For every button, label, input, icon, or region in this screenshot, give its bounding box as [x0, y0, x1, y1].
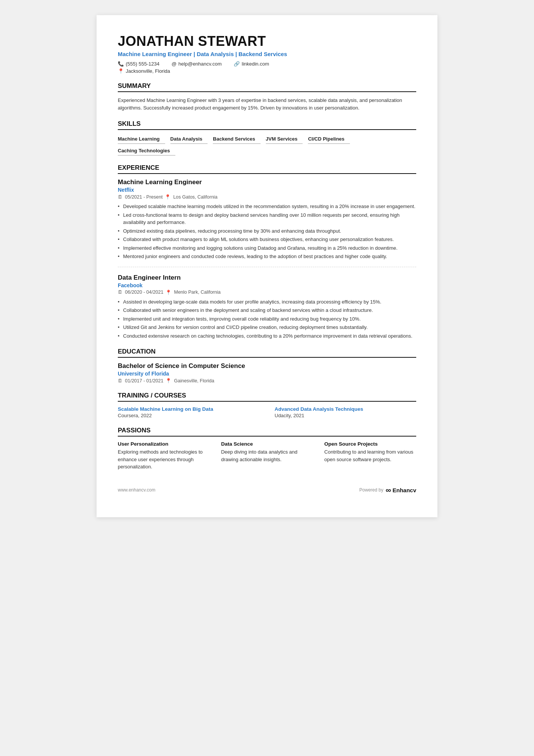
bullet-item: Collaborated with senior engineers in th…	[118, 307, 416, 314]
bullet-item: Conducted extensive research on caching …	[118, 332, 416, 340]
training-section: TRAINING / COURSES Scalable Machine Lear…	[118, 392, 416, 418]
summary-title: SUMMARY	[118, 82, 416, 92]
passions-grid: User Personalization Exploring methods a…	[118, 441, 416, 471]
job-block-netflix: Machine Learning Engineer Netflix 🗓 05/2…	[118, 178, 416, 267]
bullet-item: Implemented effective monitoring and log…	[118, 244, 416, 252]
footer-brand: Powered by ∞ Enhancv	[359, 486, 416, 495]
resume-page: JONATHAN STEWART Machine Learning Engine…	[97, 15, 437, 517]
passion-text-1: Exploring methods and technologies to en…	[118, 448, 210, 471]
job-bullets-1: Developed scalable machine learning mode…	[118, 203, 416, 260]
bullet-item: Developed scalable machine learning mode…	[118, 203, 416, 210]
location-pin-icon: 📍	[118, 68, 124, 74]
skill-item: Backend Services	[213, 135, 260, 144]
bullet-item: Led cross-functional teams to design and…	[118, 211, 416, 226]
calendar-icon-2: 🗓	[118, 290, 123, 295]
passions-section: PASSIONS User Personalization Exploring …	[118, 427, 416, 471]
course-item-2: Advanced Data Analysis Techniques Udacit…	[275, 406, 416, 418]
email-icon: @	[172, 61, 176, 67]
footer: www.enhancv.com Powered by ∞ Enhancv	[118, 486, 416, 495]
edu-school: University of Florida	[118, 371, 416, 377]
company-name-2: Facebook	[118, 282, 416, 288]
job-date-1: 05/2021 - Present	[125, 194, 162, 200]
passion-title-3: Open Source Projects	[324, 441, 416, 447]
link-icon: 🔗	[234, 61, 240, 67]
edu-location: Gainesville, Florida	[174, 378, 214, 383]
calendar-icon-edu: 🗓	[118, 378, 123, 383]
course-name-2: Advanced Data Analysis Techniques	[275, 406, 416, 412]
footer-website: www.enhancv.com	[118, 487, 155, 493]
skills-list: Machine Learning Data Analysis Backend S…	[118, 135, 416, 156]
summary-section: SUMMARY Experienced Machine Learning Eng…	[118, 82, 416, 112]
bullet-item: Implemented unit and integration tests, …	[118, 315, 416, 323]
skill-item: Data Analysis	[170, 135, 208, 144]
edu-degree: Bachelor of Science in Computer Science	[118, 362, 416, 370]
training-title: TRAINING / COURSES	[118, 392, 416, 402]
location-row: 📍 Jacksonville, Florida	[118, 68, 416, 74]
company-name-1: Netflix	[118, 187, 416, 193]
skills-title: SKILLS	[118, 120, 416, 130]
skill-item: Machine Learning	[118, 135, 165, 144]
edu-meta: 🗓 01/2017 - 01/2021 📍 Gainesville, Flori…	[118, 378, 416, 383]
enhancv-brand-name: Enhancv	[392, 487, 416, 493]
experience-title: EXPERIENCE	[118, 164, 416, 174]
skills-section: SKILLS Machine Learning Data Analysis Ba…	[118, 120, 416, 156]
powered-by-text: Powered by	[359, 487, 383, 493]
job-date-2: 06/2020 - 04/2021	[125, 290, 163, 295]
job-block-facebook: Data Engineer Intern Facebook 🗓 06/2020 …	[118, 274, 416, 340]
linkedin-value: linkedin.com	[242, 61, 269, 67]
skill-item: CI/CD Pipelines	[308, 135, 350, 144]
header: JONATHAN STEWART Machine Learning Engine…	[118, 33, 416, 74]
experience-section: EXPERIENCE Machine Learning Engineer Net…	[118, 164, 416, 340]
contact-row: 📞 (555) 555-1234 @ help@enhancv.com 🔗 li…	[118, 61, 416, 67]
skill-item: Caching Technologies	[118, 146, 175, 156]
passion-item-3: Open Source Projects Contributing to and…	[324, 441, 416, 471]
passion-title-2: Data Science	[221, 441, 313, 447]
bullet-item: Collaborated with product managers to al…	[118, 236, 416, 243]
passion-item-1: User Personalization Exploring methods a…	[118, 441, 210, 471]
phone-contact: 📞 (555) 555-1234	[118, 61, 159, 67]
education-section: EDUCATION Bachelor of Science in Compute…	[118, 348, 416, 383]
course-provider-2: Udacity, 2021	[275, 413, 416, 418]
pin-icon-1: 📍	[165, 194, 171, 200]
bullet-item: Assisted in developing large-scale data …	[118, 298, 416, 306]
email-contact: @ help@enhancv.com	[172, 61, 222, 67]
enhancv-icon: ∞	[386, 486, 391, 495]
bullet-item: Optimized existing data pipelines, reduc…	[118, 227, 416, 235]
education-title: EDUCATION	[118, 348, 416, 358]
pin-icon-2: 📍	[166, 290, 172, 295]
job-location-2: Menlo Park, California	[174, 290, 220, 295]
course-name-1: Scalable Machine Learning on Big Data	[118, 406, 259, 412]
pin-icon-edu: 📍	[166, 378, 172, 383]
course-item-1: Scalable Machine Learning on Big Data Co…	[118, 406, 259, 418]
phone-value: (555) 555-1234	[126, 61, 159, 67]
passion-text-2: Deep diving into data analytics and draw…	[221, 448, 313, 463]
passions-title: PASSIONS	[118, 427, 416, 437]
enhancv-logo: ∞ Enhancv	[386, 486, 416, 495]
passion-item-2: Data Science Deep diving into data analy…	[221, 441, 313, 471]
bullet-item: Mentored junior engineers and conducted …	[118, 253, 416, 260]
location-value: Jacksonville, Florida	[126, 68, 170, 74]
job-meta-2: 🗓 06/2020 - 04/2021 📍 Menlo Park, Califo…	[118, 290, 416, 295]
job-location-1: Los Gatos, California	[173, 194, 217, 200]
job-meta-1: 🗓 05/2021 - Present 📍 Los Gatos, Califor…	[118, 194, 416, 200]
candidate-name: JONATHAN STEWART	[118, 33, 416, 49]
bullet-item: Utilized Git and Jenkins for version con…	[118, 324, 416, 331]
calendar-icon-1: 🗓	[118, 194, 123, 200]
passion-title-1: User Personalization	[118, 441, 210, 447]
skill-item: JVM Services	[266, 135, 303, 144]
email-value: help@enhancv.com	[178, 61, 222, 67]
passion-text-3: Contributing to and learning from variou…	[324, 448, 416, 463]
courses-grid: Scalable Machine Learning on Big Data Co…	[118, 406, 416, 418]
job-title-1: Machine Learning Engineer	[118, 178, 416, 186]
summary-text: Experienced Machine Learning Engineer wi…	[118, 97, 416, 112]
edu-date: 01/2017 - 01/2021	[125, 378, 163, 383]
linkedin-contact: 🔗 linkedin.com	[234, 61, 269, 67]
job-title-2: Data Engineer Intern	[118, 274, 416, 282]
phone-icon: 📞	[118, 61, 124, 67]
course-provider-1: Coursera, 2022	[118, 413, 259, 418]
candidate-title: Machine Learning Engineer | Data Analysi…	[118, 51, 416, 57]
job-bullets-2: Assisted in developing large-scale data …	[118, 298, 416, 340]
